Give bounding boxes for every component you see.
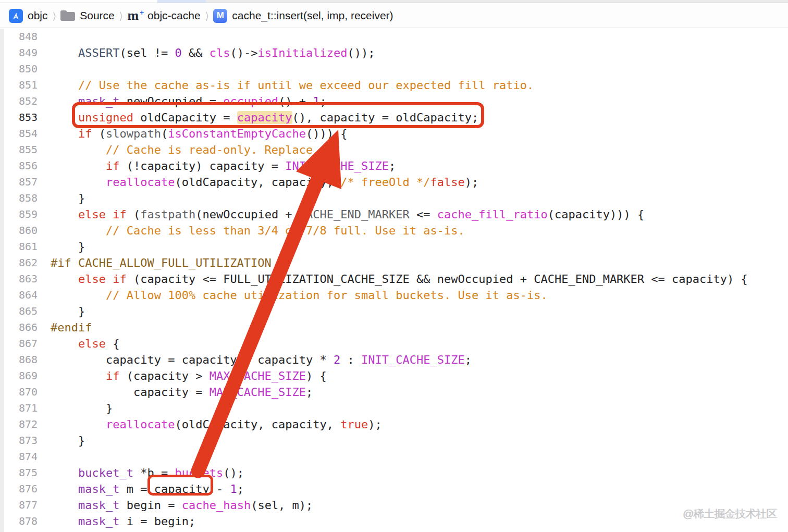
code-text: } [51, 400, 113, 416]
code-text: ASSERT(sel != 0 && cls()->isInitialized(… [51, 45, 375, 61]
objcpp-file-icon: m+ [127, 10, 143, 21]
line-number: 876 [0, 481, 38, 497]
code-line-874[interactable]: 874 [0, 449, 788, 465]
code-line-857[interactable]: 857 reallocate(oldCapacity, capacity, /*… [0, 174, 788, 190]
line-number: 861 [0, 239, 38, 255]
editor-edge-strip [0, 29, 4, 532]
code-line-870[interactable]: 870 capacity = MAX_CACHE_SIZE; [0, 384, 788, 400]
line-number: 855 [0, 142, 38, 158]
code-text: // Use the cache as-is if until we excee… [51, 77, 534, 93]
line-number: 878 [0, 513, 38, 529]
code-text: if (!capacity) capacity = INIT_CACHE_SIZ… [51, 158, 396, 174]
line-number: 854 [0, 126, 38, 142]
code-text: else { [51, 336, 119, 352]
code-line-878[interactable]: 878 mask_t i = begin; [0, 513, 788, 529]
code-text: } [51, 432, 85, 449]
code-text: if (capacity > MAX_CACHE_SIZE) { [51, 368, 327, 384]
line-number: 870 [0, 384, 38, 400]
line-number: 856 [0, 158, 38, 174]
app-project-icon [9, 9, 23, 23]
code-text: } [51, 303, 85, 319]
active-tab-highlight[interactable] [157, 0, 206, 3]
xcode-editor-window: objc 〉 Source 〉 m+ objc-cache 〉 M cache_… [0, 0, 788, 532]
line-number: 860 [0, 222, 38, 239]
code-line-865[interactable]: 865 } [0, 303, 788, 319]
code-line-851[interactable]: 851 // Use the cache as-is if until we e… [0, 77, 788, 93]
line-number: 848 [0, 29, 38, 45]
code-line-875[interactable]: 875 bucket_t *b = buckets(); [0, 465, 788, 481]
code-text: } [51, 239, 85, 255]
code-text: // Allow 100% cache utilization for smal… [51, 287, 548, 303]
code-text: // Cache is read-only. Replace it. [51, 142, 340, 158]
code-line-866[interactable]: 866#endif [0, 319, 788, 336]
code-line-863[interactable]: 863 else if (capacity <= FULL_UTILIZATIO… [0, 271, 788, 287]
chevron-right-icon: 〉 [205, 10, 208, 22]
code-line-849[interactable]: 849 ASSERT(sel != 0 && cls()->isInitiali… [0, 45, 788, 61]
tab-segment [206, 0, 788, 3]
line-number: 849 [0, 45, 38, 61]
code-line-873[interactable]: 873 } [0, 432, 788, 449]
breadcrumb-project[interactable]: objc [9, 9, 48, 23]
code-line-856[interactable]: 856 if (!capacity) capacity = INIT_CACHE… [0, 158, 788, 174]
line-number: 865 [0, 303, 38, 319]
line-number: 852 [0, 93, 38, 109]
code-text: capacity = MAX_CACHE_SIZE; [51, 384, 313, 400]
find-highlight: capacity [237, 111, 292, 124]
code-line-864[interactable]: 864 // Allow 100% cache utilization for … [0, 287, 788, 303]
code-text: unsigned oldCapacity = capacity(), capac… [51, 109, 478, 126]
line-number: 874 [0, 449, 38, 465]
source-editor[interactable]: 848849 ASSERT(sel != 0 && cls()->isIniti… [0, 29, 788, 532]
code-line-876[interactable]: 876 mask_t m = capacity - 1; [0, 481, 788, 497]
tab-bar-sliver [0, 0, 788, 3]
code-text: capacity = capacity ? capacity * 2 : INI… [51, 352, 472, 368]
code-line-858[interactable]: 858 } [0, 190, 788, 206]
code-text: } [51, 190, 85, 206]
code-text: else if (fastpath(newOccupied + CACHE_EN… [51, 206, 644, 222]
code-line-862[interactable]: 862#if CACHE_ALLOW_FULL_UTILIZATION [0, 255, 788, 271]
code-line-855[interactable]: 855 // Cache is read-only. Replace it. [0, 142, 788, 158]
code-line-879[interactable]: 879 [0, 529, 788, 532]
code-text: else if (capacity <= FULL_UTILIZATION_CA… [51, 271, 748, 287]
breadcrumb-label: cache_t::insert(sel, imp, receiver) [232, 9, 393, 22]
line-number: 850 [0, 61, 38, 77]
code-line-877[interactable]: 877 mask_t begin = cache_hash(sel, m); [0, 497, 788, 513]
chevron-right-icon: 〉 [53, 10, 55, 22]
jump-bar: objc 〉 Source 〉 m+ objc-cache 〉 M cache_… [0, 4, 788, 28]
breadcrumb-label: objc [28, 9, 48, 22]
tab-segment [0, 0, 157, 3]
code-line-854[interactable]: 854 if (slowpath(isConstantEmptyCache())… [0, 126, 788, 142]
code-line-860[interactable]: 860 // Cache is less than 3/4 or 7/8 ful… [0, 222, 788, 239]
line-number: 857 [0, 174, 38, 190]
line-number: 877 [0, 497, 38, 513]
line-number: 853 [0, 109, 38, 126]
breadcrumb-file[interactable]: m+ objc-cache [127, 9, 200, 22]
breadcrumb-group[interactable]: Source [60, 9, 115, 22]
code-line-850[interactable]: 850 [0, 61, 788, 77]
watermark: @稀土掘金技术社区 [683, 506, 777, 521]
code-line-848[interactable]: 848 [0, 29, 788, 45]
code-text: #endif [51, 319, 92, 336]
code-line-861[interactable]: 861 } [0, 239, 788, 255]
line-number: 863 [0, 271, 38, 287]
line-number: 858 [0, 190, 38, 206]
code-line-852[interactable]: 852 mask_t newOccupied = occupied() + 1; [0, 93, 788, 109]
code-text: mask_t newOccupied = occupied() + 1; [51, 93, 327, 109]
code-line-871[interactable]: 871 } [0, 400, 788, 416]
line-number: 875 [0, 465, 38, 481]
code-text: if (slowpath(isConstantEmptyCache())) { [51, 126, 348, 142]
code-text: // Cache is less than 3/4 or 7/8 full. U… [51, 222, 465, 239]
line-number: 872 [0, 416, 38, 432]
breadcrumb-method[interactable]: M cache_t::insert(sel, imp, receiver) [213, 9, 393, 23]
code-line-869[interactable]: 869 if (capacity > MAX_CACHE_SIZE) { [0, 368, 788, 384]
line-number: 873 [0, 432, 38, 449]
code-line-872[interactable]: 872 reallocate(oldCapacity, capacity, tr… [0, 416, 788, 432]
code-line-867[interactable]: 867 else { [0, 336, 788, 352]
code-line-853[interactable]: 853 unsigned oldCapacity = capacity(), c… [0, 109, 788, 126]
code-lines: 848849 ASSERT(sel != 0 && cls()->isIniti… [0, 29, 788, 532]
line-number: 859 [0, 206, 38, 222]
code-text: mask_t i = begin; [51, 513, 195, 529]
line-number: 851 [0, 77, 38, 93]
line-number: 879 [0, 529, 38, 532]
code-line-859[interactable]: 859 else if (fastpath(newOccupied + CACH… [0, 206, 788, 222]
code-line-868[interactable]: 868 capacity = capacity ? capacity * 2 :… [0, 352, 788, 368]
